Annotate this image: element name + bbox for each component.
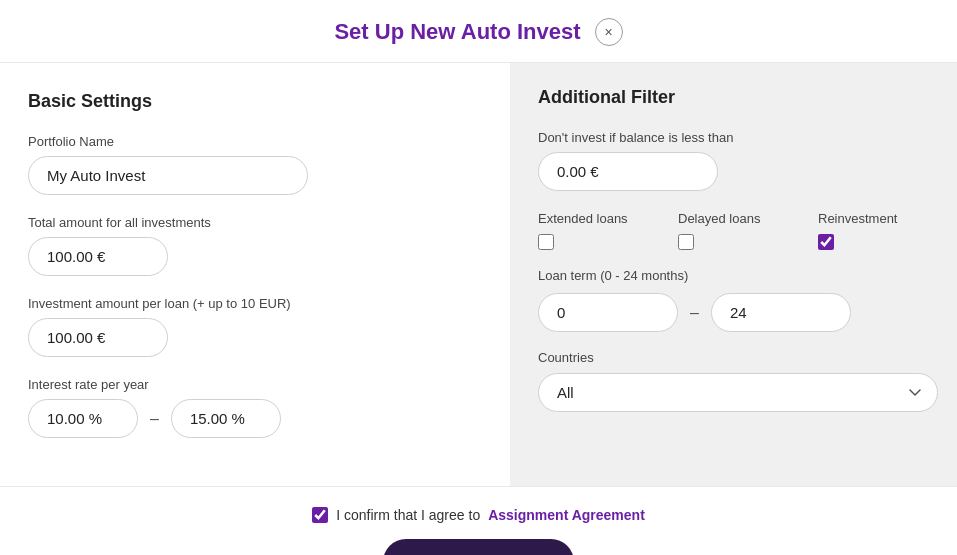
- extended-loans-checkbox[interactable]: [538, 234, 554, 250]
- checkboxes-row: Extended loans Delayed loans Reinvestmen…: [538, 211, 938, 250]
- assignment-agreement-link[interactable]: Assignment Agreement: [488, 507, 645, 523]
- interest-rate-label: Interest rate per year: [28, 377, 474, 392]
- interest-rate-min-input[interactable]: [28, 399, 138, 438]
- total-amount-label: Total amount for all investments: [28, 215, 474, 230]
- additional-filter-title: Additional Filter: [538, 87, 938, 108]
- add-new-button[interactable]: Add New: [383, 539, 574, 555]
- confirm-text: I confirm that I agree to: [336, 507, 480, 523]
- main-content: Basic Settings Portfolio Name Total amou…: [0, 63, 957, 486]
- interest-rate-max-input[interactable]: [171, 399, 281, 438]
- dont-invest-group: Don't invest if balance is less than: [538, 130, 938, 191]
- countries-section: Countries All Estonia Latvia Lithuania F…: [538, 350, 938, 412]
- footer-area: I confirm that I agree to Assignment Agr…: [0, 486, 957, 555]
- delayed-loans-checkbox[interactable]: [678, 234, 694, 250]
- portfolio-name-group: Portfolio Name: [28, 134, 474, 195]
- extended-loans-label: Extended loans: [538, 211, 678, 226]
- reinvestment-group: Reinvestment: [818, 211, 938, 250]
- investment-per-loan-input[interactable]: [28, 318, 168, 357]
- loan-term-dash: –: [690, 304, 699, 322]
- loan-term-section: Loan term (0 - 24 months) –: [538, 268, 938, 332]
- interest-rate-dash: –: [150, 410, 159, 428]
- interest-rate-group: Interest rate per year –: [28, 377, 474, 438]
- loan-term-label: Loan term (0 - 24 months): [538, 268, 938, 283]
- countries-label: Countries: [538, 350, 938, 365]
- reinvestment-label: Reinvestment: [818, 211, 938, 226]
- reinvestment-checkbox[interactable]: [818, 234, 834, 250]
- portfolio-name-input[interactable]: [28, 156, 308, 195]
- total-amount-group: Total amount for all investments: [28, 215, 474, 276]
- loan-term-min-input[interactable]: [538, 293, 678, 332]
- loan-term-inputs: –: [538, 293, 938, 332]
- investment-per-loan-group: Investment amount per loan (+ up to 10 E…: [28, 296, 474, 357]
- countries-select[interactable]: All Estonia Latvia Lithuania Finland: [538, 373, 938, 412]
- total-amount-input[interactable]: [28, 237, 168, 276]
- modal-title: Set Up New Auto Invest: [334, 19, 580, 45]
- close-button[interactable]: ×: [595, 18, 623, 46]
- interest-rate-range: –: [28, 399, 474, 438]
- extended-loans-group: Extended loans: [538, 211, 678, 250]
- investment-per-loan-label: Investment amount per loan (+ up to 10 E…: [28, 296, 474, 311]
- basic-settings-panel: Basic Settings Portfolio Name Total amou…: [0, 63, 510, 486]
- dont-invest-label: Don't invest if balance is less than: [538, 130, 938, 145]
- loan-term-max-input[interactable]: [711, 293, 851, 332]
- dont-invest-input[interactable]: [538, 152, 718, 191]
- additional-filter-panel: Additional Filter Don't invest if balanc…: [510, 63, 957, 486]
- delayed-loans-label: Delayed loans: [678, 211, 818, 226]
- modal-header: Set Up New Auto Invest ×: [0, 0, 957, 63]
- delayed-loans-group: Delayed loans: [678, 211, 818, 250]
- portfolio-name-label: Portfolio Name: [28, 134, 474, 149]
- basic-settings-title: Basic Settings: [28, 91, 474, 112]
- confirm-checkbox[interactable]: [312, 507, 328, 523]
- confirm-row: I confirm that I agree to Assignment Agr…: [312, 507, 645, 523]
